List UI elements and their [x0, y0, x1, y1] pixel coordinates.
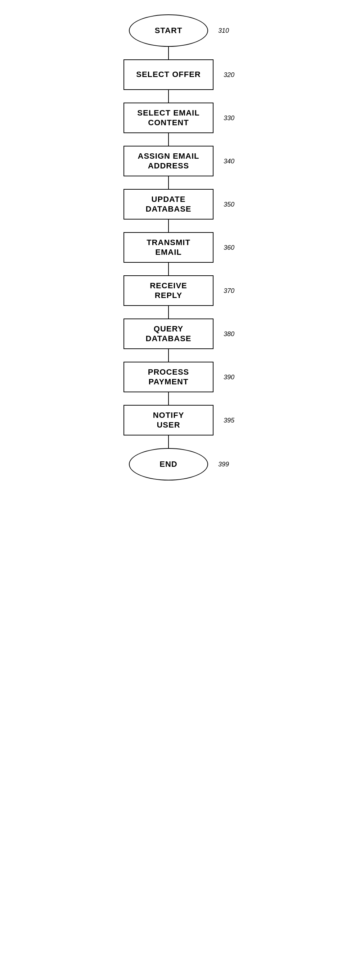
flow-item-process-payment: PROCESSPAYMENT 390 — [123, 362, 214, 392]
flow-item-select-email-content: SELECT EMAILCONTENT 330 — [123, 103, 214, 133]
connector-7 — [168, 306, 169, 318]
start-label: START — [155, 26, 182, 35]
receive-reply-label: RECEIVEREPLY — [150, 281, 187, 300]
flow-item-update-database: UPDATEDATABASE 350 — [123, 189, 214, 220]
flowchart-diagram: START 310 SELECT OFFER 320 SELECT EMAILC… — [0, 0, 337, 980]
transmit-email-label: TRANSMITEMAIL — [147, 238, 190, 257]
connector-10 — [168, 436, 169, 448]
connector-8 — [168, 349, 169, 362]
start-node: START 310 — [129, 14, 208, 47]
receive-reply-ref: 370 — [224, 287, 235, 294]
flow-item-transmit-email: TRANSMITEMAIL 360 — [123, 232, 214, 263]
flow-item-assign-email-address: ASSIGN EMAILADDRESS 340 — [123, 146, 214, 177]
process-payment-ref: 390 — [224, 373, 235, 381]
end-ref: 399 — [218, 461, 229, 468]
transmit-email-node: TRANSMITEMAIL 360 — [123, 232, 214, 263]
transmit-email-ref: 360 — [224, 243, 235, 251]
notify-user-node: NOTIFYUSER 395 — [123, 405, 214, 436]
flow-item-start: START 310 — [129, 14, 208, 47]
update-database-node: UPDATEDATABASE 350 — [123, 189, 214, 220]
end-label: END — [160, 460, 177, 469]
connector-1 — [168, 47, 169, 59]
assign-email-address-ref: 340 — [224, 157, 235, 165]
select-offer-node: SELECT OFFER 320 — [123, 59, 214, 90]
connector-6 — [168, 263, 169, 275]
select-email-content-node: SELECT EMAILCONTENT 330 — [123, 103, 214, 133]
update-database-ref: 350 — [224, 200, 235, 208]
update-database-label: UPDATEDATABASE — [146, 195, 192, 214]
notify-user-label: NOTIFYUSER — [153, 410, 184, 430]
query-database-ref: 380 — [224, 330, 235, 337]
flow-item-receive-reply: RECEIVEREPLY 370 — [123, 275, 214, 306]
connector-2 — [168, 90, 169, 103]
flow-item-select-offer: SELECT OFFER 320 — [123, 59, 214, 90]
query-database-label: QUERYDATABASE — [146, 324, 192, 343]
assign-email-address-node: ASSIGN EMAILADDRESS 340 — [123, 146, 214, 177]
select-email-content-ref: 330 — [224, 114, 235, 122]
flow-item-end: END 399 — [129, 448, 208, 480]
select-offer-label: SELECT OFFER — [136, 70, 201, 79]
process-payment-node: PROCESSPAYMENT 390 — [123, 362, 214, 392]
query-database-node: QUERYDATABASE 380 — [123, 318, 214, 349]
select-email-content-label: SELECT EMAILCONTENT — [137, 108, 200, 127]
connector-9 — [168, 392, 169, 405]
connector-3 — [168, 133, 169, 146]
connector-5 — [168, 220, 169, 232]
notify-user-ref: 395 — [224, 417, 235, 424]
connector-4 — [168, 177, 169, 189]
end-node: END 399 — [129, 448, 208, 480]
start-ref: 310 — [218, 27, 229, 35]
assign-email-address-label: ASSIGN EMAILADDRESS — [138, 151, 200, 170]
process-payment-label: PROCESSPAYMENT — [148, 368, 189, 387]
select-offer-ref: 320 — [224, 71, 235, 78]
flow-item-query-database: QUERYDATABASE 380 — [123, 318, 214, 349]
flow-item-notify-user: NOTIFYUSER 395 — [123, 405, 214, 436]
receive-reply-node: RECEIVEREPLY 370 — [123, 275, 214, 306]
